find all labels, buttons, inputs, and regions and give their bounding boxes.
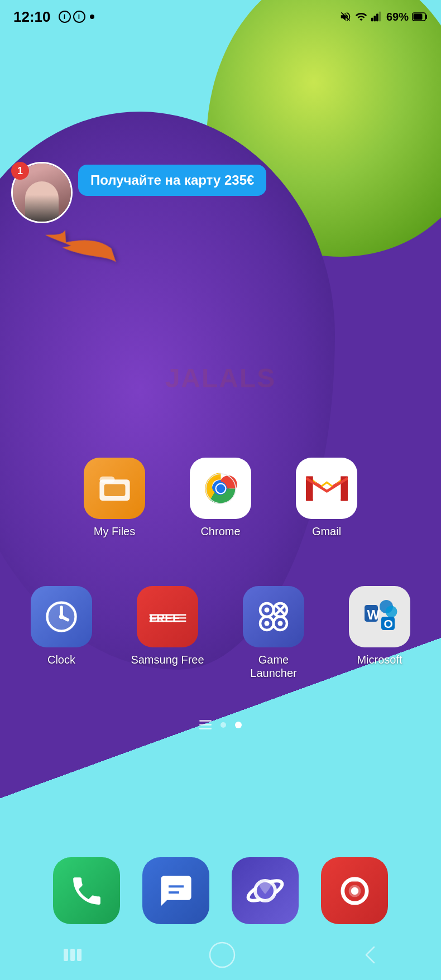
dock-phone[interactable] — [53, 857, 120, 924]
gmail-icon — [296, 458, 357, 519]
mute-icon — [339, 11, 352, 23]
page-dot-1 — [220, 722, 226, 728]
chrome-icon — [190, 458, 251, 519]
app-game-launcher[interactable]: Game Launcher — [234, 586, 313, 680]
game-launcher-svg — [253, 597, 294, 637]
svg-point-23 — [59, 614, 64, 619]
page-line-2 — [199, 724, 212, 726]
battery-percent: 69% — [386, 11, 409, 23]
dock — [0, 857, 441, 924]
app-clock[interactable]: Clock — [22, 586, 100, 680]
app-my-files[interactable]: My Files — [75, 458, 154, 538]
profile-silhouette — [25, 181, 59, 223]
microsoft-icon: W O — [349, 586, 410, 647]
info-icon-2: i — [73, 11, 85, 23]
app-chrome[interactable]: Chrome — [181, 458, 260, 538]
page-line-3 — [199, 728, 212, 729]
svg-point-35 — [265, 621, 270, 626]
svg-rect-50 — [348, 877, 361, 882]
my-files-svg — [97, 470, 133, 507]
notification-bubble[interactable]: 1 — [11, 162, 73, 223]
svg-rect-53 — [70, 949, 75, 961]
svg-rect-5 — [425, 15, 427, 19]
svg-rect-9 — [104, 484, 125, 496]
page-line-1 — [199, 720, 212, 722]
samsung-free-icon: FREE — [137, 586, 198, 647]
page-dot-2-active — [235, 722, 242, 728]
camera-icon — [337, 873, 373, 909]
svg-text:W: W — [367, 607, 380, 622]
app-row-2: Clock FREE Samsung Free — [0, 586, 441, 680]
page-lines-indicator — [199, 720, 212, 729]
chrome-label: Chrome — [200, 525, 240, 538]
chat-tooltip[interactable]: Получайте на карту 235€ — [78, 165, 266, 196]
svg-rect-3 — [379, 12, 381, 21]
svg-rect-0 — [371, 18, 373, 21]
app-microsoft[interactable]: W O Microsoft — [341, 586, 419, 680]
clock-label: Clock — [47, 653, 75, 666]
wifi-icon — [355, 11, 367, 23]
chrome-svg — [200, 468, 242, 510]
microsoft-svg: W O — [359, 597, 400, 637]
notification-badge: 1 — [11, 162, 29, 180]
signal-icon — [371, 11, 383, 23]
svg-rect-2 — [376, 14, 378, 22]
battery-icon — [412, 12, 428, 22]
svg-point-55 — [210, 943, 234, 967]
dot-indicator — [90, 15, 94, 19]
gmail-label: Gmail — [312, 525, 341, 538]
svg-rect-1 — [373, 16, 376, 21]
gmail-svg — [306, 470, 348, 507]
watermark: JALALS — [165, 363, 276, 393]
nav-home[interactable] — [208, 941, 236, 969]
phone-icon — [69, 873, 105, 909]
internet-icon — [245, 871, 285, 911]
my-files-icon — [84, 458, 145, 519]
svg-rect-8 — [99, 476, 114, 482]
svg-rect-52 — [64, 949, 68, 961]
nav-home-icon — [208, 941, 236, 969]
svg-point-34 — [265, 608, 270, 613]
clock-svg — [42, 598, 80, 636]
nav-recent[interactable] — [63, 947, 83, 963]
clock-icon — [31, 586, 92, 647]
svg-point-40 — [386, 606, 397, 618]
page-indicators — [0, 720, 441, 729]
nav-recent-icon — [63, 947, 83, 963]
my-files-label: My Files — [94, 525, 135, 538]
app-row-1: My Files Chrome — [0, 458, 441, 538]
svg-text:O: O — [384, 617, 393, 630]
status-bar: 12:10 i i 69% — [0, 0, 441, 33]
svg-point-36 — [278, 621, 283, 626]
app-samsung-free[interactable]: FREE Samsung Free — [128, 586, 207, 680]
samsung-free-label: Samsung Free — [131, 653, 204, 666]
nav-back[interactable] — [362, 945, 378, 965]
svg-rect-6 — [414, 14, 423, 20]
status-time: 12:10 — [13, 8, 51, 26]
samsung-free-svg: FREE — [147, 602, 189, 632]
game-launcher-label: Game Launcher — [234, 653, 313, 680]
svg-rect-54 — [77, 949, 82, 961]
svg-point-51 — [351, 887, 358, 895]
dock-internet[interactable] — [232, 857, 299, 924]
nav-bar — [0, 930, 441, 980]
microsoft-label: Microsoft — [357, 653, 402, 666]
info-icon-1: i — [59, 11, 71, 23]
dock-messages[interactable] — [142, 857, 209, 924]
dock-camera[interactable] — [321, 857, 388, 924]
status-icons-right: 69% — [339, 11, 428, 23]
messages-icon — [158, 873, 194, 909]
nav-back-icon — [362, 945, 378, 965]
app-gmail[interactable]: Gmail — [287, 458, 366, 538]
svg-point-13 — [216, 484, 225, 493]
info-icons: i i — [59, 11, 85, 23]
game-launcher-icon — [243, 586, 304, 647]
